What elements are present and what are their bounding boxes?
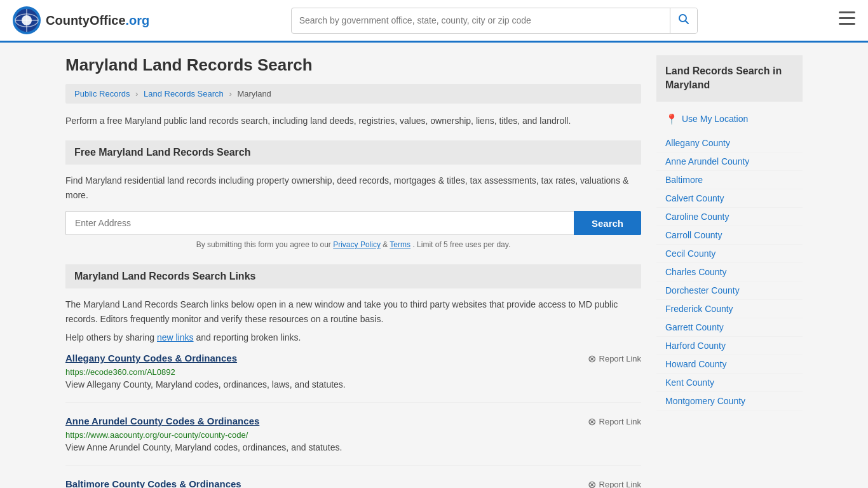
address-search-row: Search bbox=[65, 211, 641, 235]
report-link-button[interactable]: ⊗ Report Link bbox=[588, 353, 641, 365]
header-search-input[interactable] bbox=[292, 10, 670, 30]
sidebar-county-link[interactable]: Carroll County bbox=[656, 226, 803, 245]
sidebar-county-link[interactable]: Harford County bbox=[656, 337, 803, 355]
breadcrumb: Public Records › Land Records Search › M… bbox=[65, 84, 641, 104]
sidebar-county-link[interactable]: Charles County bbox=[656, 263, 803, 281]
privacy-policy-link[interactable]: Privacy Policy bbox=[333, 240, 381, 249]
link-item-desc: View Allegany County, Maryland codes, or… bbox=[65, 379, 641, 390]
link-item: Baltimore County Codes & Ordinances ⊗ Re… bbox=[65, 478, 641, 488]
header-search-button[interactable] bbox=[670, 8, 697, 33]
report-link-button[interactable]: ⊗ Report Link bbox=[588, 416, 641, 428]
sidebar-county-link[interactable]: Kent County bbox=[656, 374, 803, 392]
svg-rect-10 bbox=[839, 23, 855, 25]
links-section-header: Maryland Land Records Search Links bbox=[65, 264, 641, 288]
links-description: The Maryland Land Records Search links b… bbox=[65, 297, 641, 326]
hamburger-icon bbox=[839, 11, 855, 25]
links-section: Maryland Land Records Search Links The M… bbox=[65, 264, 641, 488]
link-item-url: https://www.aacounty.org/our-county/coun… bbox=[65, 430, 641, 440]
report-icon: ⊗ bbox=[588, 353, 596, 365]
sidebar-county-link[interactable]: Dorchester County bbox=[656, 281, 803, 300]
svg-line-7 bbox=[685, 20, 688, 24]
link-item-header: Allegany County Codes & Ordinances ⊗ Rep… bbox=[65, 353, 641, 365]
link-item-header: Baltimore County Codes & Ordinances ⊗ Re… bbox=[65, 478, 641, 488]
logo-text[interactable]: CountyOffice.org bbox=[46, 13, 149, 28]
address-input[interactable] bbox=[65, 211, 574, 235]
hamburger-menu-button[interactable] bbox=[839, 11, 855, 29]
link-item: Anne Arundel County Codes & Ordinances ⊗… bbox=[65, 416, 641, 466]
breadcrumb-current: Maryland bbox=[237, 89, 271, 98]
report-link-button[interactable]: ⊗ Report Link bbox=[588, 478, 641, 488]
page-description: Perform a free Maryland public land reco… bbox=[65, 114, 641, 128]
sidebar-county-link[interactable]: Caroline County bbox=[656, 208, 803, 226]
link-item-title[interactable]: Anne Arundel County Codes & Ordinances bbox=[65, 416, 259, 426]
sidebar: Land Records Search in Maryland 📍 Use My… bbox=[656, 55, 803, 488]
sidebar-county-link[interactable]: Anne Arundel County bbox=[656, 152, 803, 171]
report-icon: ⊗ bbox=[588, 416, 596, 428]
sidebar-county-link[interactable]: Frederick County bbox=[656, 300, 803, 318]
sidebar-county-link[interactable]: Baltimore bbox=[656, 171, 803, 189]
link-item-desc: View Anne Arundel County, Maryland codes… bbox=[65, 442, 641, 452]
terms-link[interactable]: Terms bbox=[390, 240, 410, 249]
use-my-location-link[interactable]: 📍 Use My Location bbox=[656, 109, 803, 129]
link-item-title[interactable]: Allegany County Codes & Ordinances bbox=[65, 353, 237, 363]
sidebar-county-link[interactable]: Allegany County bbox=[656, 134, 803, 152]
free-search-header: Free Maryland Land Records Search bbox=[65, 140, 641, 165]
sidebar-county-link[interactable]: Calvert County bbox=[656, 189, 803, 208]
sidebar-county-link[interactable]: Cecil County bbox=[656, 245, 803, 263]
sidebar-county-link[interactable]: Montgomery County bbox=[656, 392, 803, 410]
header: CountyOffice.org bbox=[0, 0, 868, 43]
link-item-url: https://ecode360.com/AL0892 bbox=[65, 367, 641, 377]
page-title: Maryland Land Records Search bbox=[65, 55, 641, 75]
breadcrumb-sep-2: › bbox=[229, 89, 231, 98]
sidebar-header: Land Records Search in Maryland bbox=[656, 55, 803, 102]
report-icon: ⊗ bbox=[588, 478, 596, 488]
content-area: Maryland Land Records Search Public Reco… bbox=[65, 55, 641, 488]
sidebar-county-link[interactable]: Howard County bbox=[656, 355, 803, 374]
free-search-section: Free Maryland Land Records Search Find M… bbox=[65, 140, 641, 249]
link-item-header: Anne Arundel County Codes & Ordinances ⊗… bbox=[65, 416, 641, 428]
link-item-title[interactable]: Baltimore County Codes & Ordinances bbox=[65, 478, 241, 488]
breadcrumb-land-records[interactable]: Land Records Search bbox=[144, 89, 224, 98]
search-icon bbox=[678, 13, 689, 25]
breadcrumb-public-records[interactable]: Public Records bbox=[74, 89, 130, 98]
search-button[interactable]: Search bbox=[574, 211, 641, 235]
search-description: Find Maryland residential land records i… bbox=[65, 173, 641, 202]
logo-area: CountyOffice.org bbox=[13, 6, 149, 34]
new-links-note: Help others by sharing new links and rep… bbox=[65, 332, 641, 342]
svg-rect-9 bbox=[839, 17, 855, 19]
location-pin-icon: 📍 bbox=[665, 113, 678, 125]
new-links-link[interactable]: new links bbox=[157, 332, 194, 342]
header-search-bar bbox=[291, 8, 698, 34]
logo-icon bbox=[13, 6, 41, 34]
sidebar-county-link[interactable]: Garrett County bbox=[656, 318, 803, 337]
breadcrumb-sep-1: › bbox=[135, 89, 138, 98]
svg-rect-8 bbox=[839, 11, 855, 13]
sidebar-counties: Allegany CountyAnne Arundel CountyBaltim… bbox=[656, 134, 803, 410]
link-item: Allegany County Codes & Ordinances ⊗ Rep… bbox=[65, 353, 641, 403]
form-disclaimer: By submitting this form you agree to our… bbox=[65, 240, 641, 249]
main-layout: Maryland Land Records Search Public Reco… bbox=[53, 43, 815, 488]
